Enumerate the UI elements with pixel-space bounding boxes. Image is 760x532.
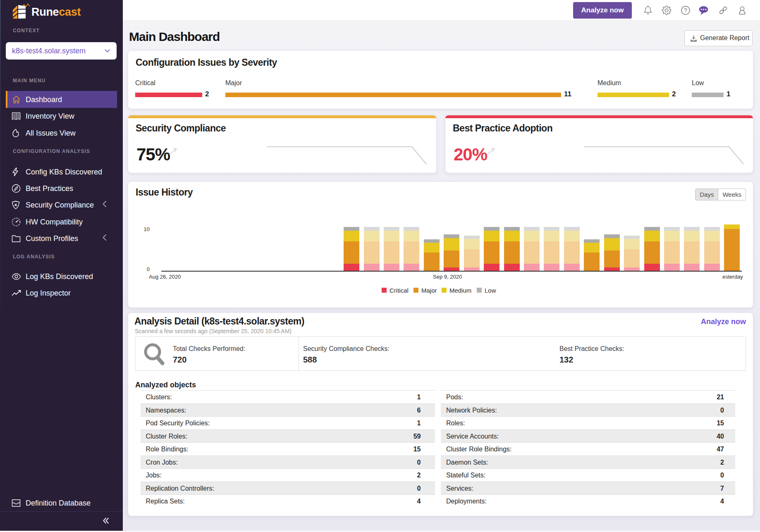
svg-text:?: ? [684, 7, 687, 14]
